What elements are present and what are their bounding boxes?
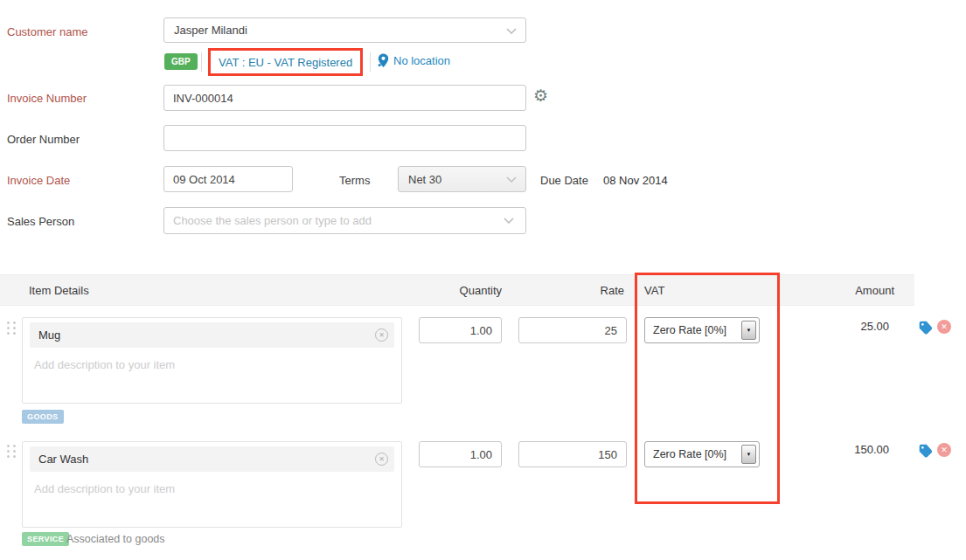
divider <box>201 52 202 72</box>
sales-person-input[interactable] <box>163 207 526 234</box>
clear-item-icon[interactable]: ✕ <box>375 328 388 342</box>
item-name-input[interactable] <box>30 446 394 472</box>
divider <box>370 52 371 72</box>
due-date-value: 08 Nov 2014 <box>603 174 668 187</box>
location-pin-icon <box>378 53 389 68</box>
terms-select[interactable]: Net 30 <box>398 166 526 192</box>
tag-icon[interactable] <box>918 443 933 458</box>
customer-name-label: Customer name <box>7 25 87 38</box>
item-description-input[interactable] <box>30 477 394 523</box>
annotation-box-vat-column <box>635 273 780 504</box>
rate-input[interactable] <box>518 317 627 343</box>
column-header-quantity: Quantity <box>402 284 502 297</box>
invoice-number-label: Invoice Number <box>7 92 87 105</box>
vat-select[interactable]: Zero Rate [0%] ▼ <box>644 441 760 467</box>
dropdown-button-icon: ▼ <box>741 321 756 340</box>
item-type-badge: GOODS <box>22 410 64 424</box>
invoice-date-label: Invoice Date <box>7 174 70 187</box>
item-type-note: Associated to goods <box>66 533 165 545</box>
chevron-down-icon <box>506 28 517 34</box>
delete-row-icon[interactable]: ✕ <box>937 443 951 457</box>
item-details-cell: ✕ <box>22 441 402 528</box>
order-number-input[interactable] <box>163 125 526 151</box>
column-header-rate: Rate <box>537 284 624 297</box>
items-table-header: Item Details Quantity Rate VAT Amount <box>0 274 914 306</box>
amount-value: 150.00 <box>802 443 889 456</box>
quantity-input[interactable] <box>419 441 502 467</box>
vat-treatment-link[interactable]: VAT : EU - VAT Registered <box>208 48 363 76</box>
quantity-input[interactable] <box>419 317 502 343</box>
terms-value: Net 30 <box>408 173 441 186</box>
vat-select[interactable]: Zero Rate [0%] ▼ <box>644 317 760 343</box>
column-header-amount: Amount <box>807 284 894 297</box>
invoice-number-input[interactable] <box>163 85 526 111</box>
clear-item-icon[interactable]: ✕ <box>375 453 388 466</box>
tag-icon[interactable] <box>918 320 933 335</box>
row-drag-handle[interactable] <box>7 445 17 458</box>
due-date-label: Due Date <box>540 174 588 187</box>
customer-name-value: Jasper Milandi <box>174 24 247 37</box>
column-header-vat: VAT <box>644 284 664 297</box>
item-description-input[interactable] <box>30 353 394 399</box>
amount-value: 25.00 <box>802 320 889 333</box>
sales-person-select[interactable] <box>163 207 526 234</box>
location-text: No location <box>393 54 450 67</box>
gear-icon[interactable]: ⚙ <box>533 87 548 104</box>
item-details-cell: ✕ <box>22 317 402 404</box>
item-name-input[interactable] <box>30 322 394 348</box>
sales-person-label: Sales Person <box>7 215 74 228</box>
column-header-item-details: Item Details <box>29 284 89 297</box>
vat-treatment-text: VAT : EU - VAT Registered <box>219 56 352 69</box>
invoice-date-input[interactable] <box>163 166 293 192</box>
chevron-down-icon <box>504 218 514 224</box>
rate-input[interactable] <box>518 441 627 467</box>
vat-selected-option: Zero Rate [0%] <box>653 448 726 460</box>
vat-selected-option: Zero Rate [0%] <box>653 324 726 336</box>
customer-name-select[interactable]: Jasper Milandi <box>163 17 526 43</box>
order-number-label: Order Number <box>7 133 80 146</box>
location-link[interactable]: No location <box>378 53 450 68</box>
terms-label: Terms <box>339 174 370 187</box>
chevron-down-icon <box>506 176 517 183</box>
delete-row-icon[interactable]: ✕ <box>937 320 951 334</box>
new-invoice-form: Customer name Jasper Milandi GBP VAT : E… <box>0 0 966 560</box>
currency-badge: GBP <box>164 53 198 70</box>
item-type-badge: SERVICE <box>22 532 69 546</box>
row-drag-handle[interactable] <box>7 321 17 335</box>
dropdown-button-icon: ▼ <box>741 445 756 464</box>
